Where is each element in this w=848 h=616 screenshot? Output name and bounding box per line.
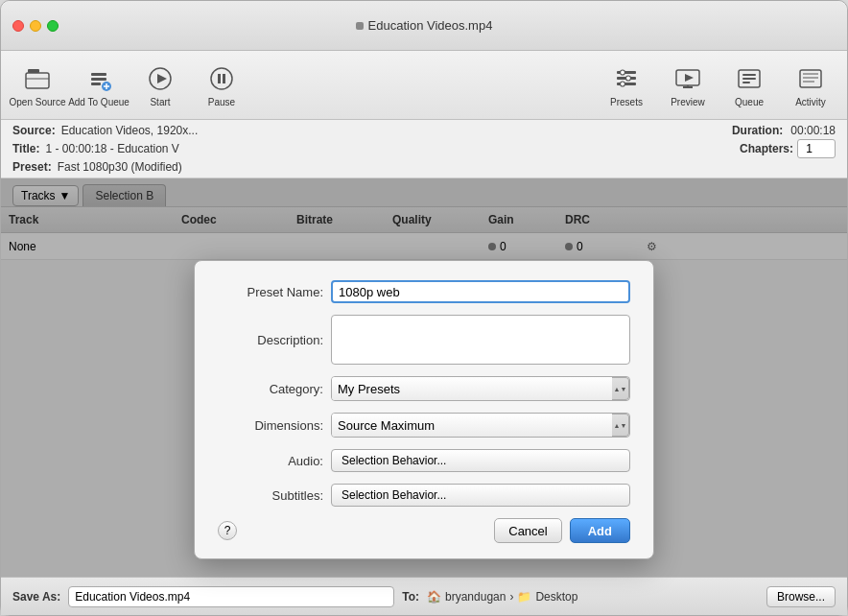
description-row: Description: xyxy=(218,315,630,365)
add-to-queue-label: Add To Queue xyxy=(68,97,130,107)
cancel-button[interactable]: Cancel xyxy=(494,518,561,543)
save-as-label: Save As: xyxy=(12,590,60,604)
svg-point-17 xyxy=(621,70,625,75)
description-label: Description: xyxy=(218,333,323,347)
chapter-input[interactable] xyxy=(797,139,836,158)
add-button[interactable]: Add xyxy=(570,518,630,543)
source-info-bar: Source: Education Videos, 1920x... Durat… xyxy=(1,120,847,178)
presets-label: Presets xyxy=(610,97,643,107)
modal-overlay: Preset Name: Description: Category: My P… xyxy=(1,178,847,577)
source-info-right: Duration: 00:00:18 xyxy=(732,124,836,137)
audio-label: Audio: xyxy=(218,454,323,468)
dimensions-select-arrows[interactable]: ▲▼ xyxy=(612,414,629,437)
title-row: Title: 1 - 00:00:18 - Education V Chapte… xyxy=(12,139,836,158)
open-source-label: Open Source xyxy=(10,97,66,107)
description-textarea[interactable] xyxy=(331,315,630,365)
dimensions-row: Dimensions: Source Maximum ▲▼ xyxy=(218,413,630,438)
activity-icon xyxy=(795,63,826,94)
svg-rect-5 xyxy=(91,83,101,85)
title-value: 1 - 00:00:18 - Education V xyxy=(45,142,178,155)
toolbar-right: Presets Preview xyxy=(598,57,839,114)
path-home-icon: 🏠 xyxy=(427,590,441,604)
modal-footer-buttons: Cancel Add xyxy=(494,518,630,543)
preview-icon xyxy=(672,63,703,94)
folder-icon: 📁 xyxy=(517,590,531,604)
svg-rect-28 xyxy=(800,70,821,87)
path-separator: › xyxy=(509,590,513,604)
start-button[interactable]: Start xyxy=(131,57,189,114)
category-row: Category: My Presets ▲▼ xyxy=(218,376,630,401)
presets-icon xyxy=(611,63,642,94)
subtitles-selection-button[interactable]: Selection Behavior... xyxy=(331,484,630,507)
pause-button[interactable]: Pause xyxy=(193,57,250,114)
category-label: Category: xyxy=(218,382,323,396)
title-label: Title: xyxy=(12,142,39,155)
audio-row: Audio: Selection Behavior... xyxy=(218,449,630,472)
queue-label: Queue xyxy=(735,97,764,107)
minimize-button[interactable] xyxy=(30,20,41,32)
presets-button[interactable]: Presets xyxy=(598,57,655,114)
source-row: Source: Education Videos, 1920x... Durat… xyxy=(12,124,836,137)
svg-point-18 xyxy=(626,76,631,81)
svg-rect-12 xyxy=(218,74,221,83)
activity-button[interactable]: Activity xyxy=(782,57,839,114)
preset-name-label: Preset Name: xyxy=(218,285,323,299)
preset-label: Preset: xyxy=(12,160,52,174)
preset-modal: Preset Name: Description: Category: My P… xyxy=(194,260,654,559)
close-button[interactable] xyxy=(12,20,24,32)
open-source-icon xyxy=(22,63,53,94)
preview-button[interactable]: Preview xyxy=(659,57,717,114)
add-to-queue-button[interactable]: Add To Queue xyxy=(70,57,128,114)
audio-selection-button[interactable]: Selection Behavior... xyxy=(331,449,630,472)
help-label: ? xyxy=(224,524,231,537)
svg-rect-27 xyxy=(742,82,750,83)
preset-name-input[interactable] xyxy=(331,280,630,303)
svg-point-19 xyxy=(621,82,625,86)
category-select[interactable]: My Presets xyxy=(332,377,612,400)
path-folder: Desktop xyxy=(535,590,577,604)
toolbar: Open Source Add To Queue xyxy=(1,51,847,120)
main-content: Tracks ▼ Selection B Track Codec Bitrate… xyxy=(1,178,847,577)
category-select-arrows[interactable]: ▲▼ xyxy=(612,377,629,400)
chapter-label: Chapters: xyxy=(740,142,793,155)
file-icon xyxy=(356,22,364,30)
queue-icon xyxy=(734,63,765,94)
pause-label: Pause xyxy=(208,97,235,107)
preset-name-row: Preset Name: xyxy=(218,280,630,303)
to-label: To: xyxy=(402,590,419,604)
duration-value: 00:00:18 xyxy=(790,124,836,137)
pause-icon xyxy=(206,63,237,94)
source-label: Source: xyxy=(12,124,56,137)
chapter-area: Chapters: xyxy=(740,139,836,158)
svg-rect-13 xyxy=(223,74,225,83)
svg-rect-1 xyxy=(26,73,49,88)
subtitles-row: Subtitles: Selection Behavior... xyxy=(218,484,630,507)
dimensions-label: Dimensions: xyxy=(218,418,323,433)
subtitles-label: Subtitles: xyxy=(218,488,323,503)
svg-marker-10 xyxy=(157,74,167,83)
bottom-bar: Save As: To: 🏠 bryandugan › 📁 Desktop Br… xyxy=(1,577,847,615)
activity-label: Activity xyxy=(795,97,826,107)
open-source-button[interactable]: Open Source xyxy=(9,57,66,114)
dimensions-select-wrapper: Source Maximum ▲▼ xyxy=(331,413,630,438)
title-bar: Education Videos.mp4 xyxy=(1,1,847,51)
path-display: 🏠 bryandugan › 📁 Desktop xyxy=(427,590,577,604)
svg-marker-23 xyxy=(685,74,694,82)
svg-rect-26 xyxy=(742,78,756,80)
window-title: Education Videos.mp4 xyxy=(368,18,493,33)
queue-button[interactable]: Queue xyxy=(720,57,778,114)
browse-button[interactable]: Browse... xyxy=(766,586,836,607)
add-to-queue-icon xyxy=(83,63,114,94)
start-label: Start xyxy=(150,97,170,107)
svg-rect-3 xyxy=(91,73,106,76)
svg-point-11 xyxy=(211,68,232,89)
save-filename-input[interactable] xyxy=(68,586,394,607)
preset-row: Preset: Fast 1080p30 (Modified) xyxy=(12,160,836,174)
maximize-button[interactable] xyxy=(47,20,59,32)
help-button[interactable]: ? xyxy=(218,521,237,540)
app-window: Education Videos.mp4 Open Source xyxy=(0,0,848,616)
category-select-wrapper: My Presets ▲▼ xyxy=(331,376,630,401)
dimensions-select[interactable]: Source Maximum xyxy=(332,414,612,437)
start-icon xyxy=(145,63,176,94)
path-user: bryandugan xyxy=(445,590,506,604)
